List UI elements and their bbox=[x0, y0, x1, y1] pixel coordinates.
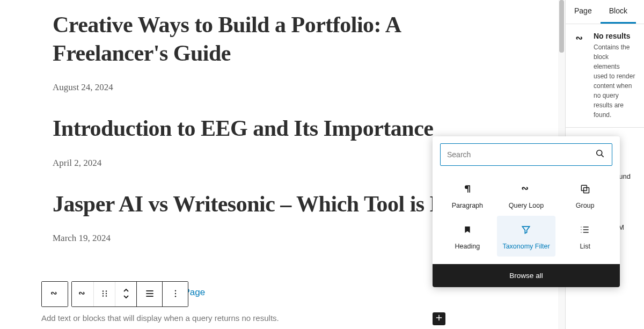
parent-block-button[interactable] bbox=[42, 282, 68, 306]
svg-point-12 bbox=[597, 150, 602, 156]
tab-page[interactable]: Page bbox=[566, 0, 601, 24]
post-title[interactable]: Creative Ways to Build a Portfolio: A Fr… bbox=[53, 11, 506, 67]
add-block-button[interactable] bbox=[433, 312, 445, 325]
tab-block[interactable]: Block bbox=[601, 0, 636, 24]
inserter-item-group[interactable]: Group bbox=[555, 175, 614, 216]
inserter-item-taxonomy-filter[interactable]: Taxonomy Filter bbox=[497, 216, 556, 257]
svg-line-13 bbox=[602, 155, 604, 157]
no-results-placeholder[interactable]: Add text or blocks that will display whe… bbox=[41, 313, 279, 323]
svg-rect-14 bbox=[581, 185, 587, 191]
plus-icon bbox=[434, 313, 444, 325]
loop-icon bbox=[519, 182, 532, 195]
inserter-search-wrap bbox=[440, 143, 612, 166]
svg-point-1 bbox=[102, 293, 103, 294]
loop-icon bbox=[77, 288, 88, 301]
inserter-label: Taxonomy Filter bbox=[502, 243, 550, 250]
inserter-label: Heading bbox=[455, 243, 480, 250]
sidebar-tabs: Page Block bbox=[566, 0, 644, 24]
svg-point-3 bbox=[105, 290, 106, 291]
svg-point-2 bbox=[102, 295, 103, 296]
svg-point-0 bbox=[102, 290, 103, 291]
toolbar-group-main bbox=[71, 281, 188, 307]
inserter-label: Query Loop bbox=[509, 202, 544, 209]
inserter-item-heading[interactable]: Heading bbox=[438, 216, 497, 257]
block-description: Contains the block elements used to rend… bbox=[594, 42, 635, 120]
svg-point-4 bbox=[105, 293, 106, 294]
svg-point-11 bbox=[174, 296, 175, 297]
block-type-button[interactable] bbox=[72, 282, 93, 306]
filter-icon bbox=[519, 223, 532, 236]
align-icon bbox=[144, 288, 155, 301]
move-buttons[interactable] bbox=[115, 282, 136, 306]
inserter-grid: Paragraph Query Loop Group Heading Taxon… bbox=[433, 173, 620, 264]
block-inserter-popover: Paragraph Query Loop Group Heading Taxon… bbox=[433, 136, 620, 287]
inserter-search-input[interactable] bbox=[447, 150, 595, 159]
block-toolbar bbox=[41, 281, 188, 307]
loop-icon bbox=[49, 288, 60, 301]
svg-rect-15 bbox=[584, 188, 589, 193]
toolbar-group-parent bbox=[41, 281, 68, 307]
inserter-item-query-loop[interactable]: Query Loop bbox=[497, 175, 556, 216]
move-updown-icon bbox=[122, 288, 130, 301]
search-icon bbox=[595, 148, 605, 161]
group-icon bbox=[579, 182, 591, 195]
svg-point-9 bbox=[174, 290, 175, 291]
align-button[interactable] bbox=[136, 282, 162, 306]
scrollbar-thumb[interactable] bbox=[559, 0, 564, 53]
inserter-item-list[interactable]: List bbox=[555, 216, 614, 257]
block-info-panel: No results Contains the block elements u… bbox=[566, 24, 644, 128]
drag-icon bbox=[100, 289, 109, 300]
more-options-button[interactable] bbox=[162, 282, 188, 306]
inserter-label: List bbox=[580, 243, 590, 250]
list-icon bbox=[579, 223, 591, 236]
svg-point-5 bbox=[105, 295, 106, 296]
browse-all-button[interactable]: Browse all bbox=[433, 264, 620, 287]
post-date: August 24, 2024 bbox=[53, 82, 506, 93]
drag-handle-button[interactable] bbox=[93, 282, 115, 306]
paragraph-icon bbox=[461, 182, 474, 195]
block-title: No results bbox=[594, 32, 635, 40]
bookmark-icon bbox=[461, 223, 474, 236]
inserter-label: Group bbox=[576, 202, 595, 209]
kebab-icon bbox=[171, 289, 180, 300]
svg-point-10 bbox=[174, 293, 175, 294]
inserter-item-paragraph[interactable]: Paragraph bbox=[438, 175, 497, 216]
inserter-label: Paragraph bbox=[452, 202, 483, 209]
loop-icon bbox=[574, 33, 586, 45]
